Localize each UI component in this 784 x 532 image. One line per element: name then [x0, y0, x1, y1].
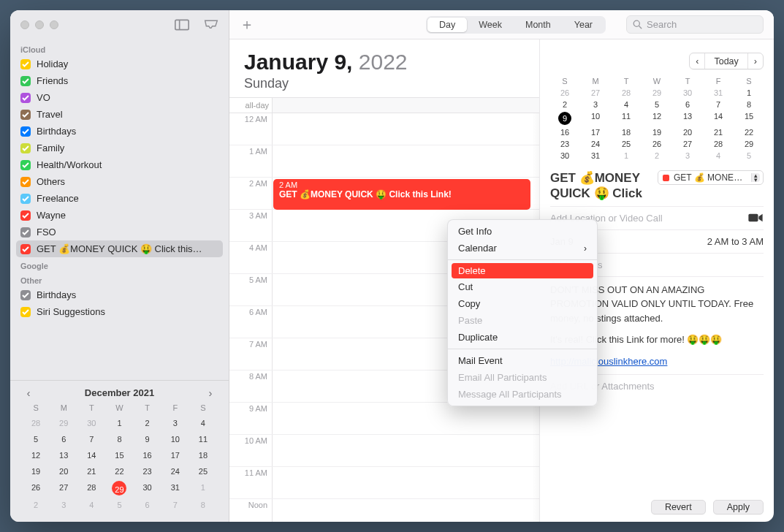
calendar-list-item[interactable]: FSO — [16, 224, 223, 240]
mini-cal-day[interactable]: 27 — [56, 481, 72, 494]
view-week[interactable]: Week — [467, 18, 514, 32]
inspector-mini-day[interactable]: 26 — [642, 140, 671, 148]
calendar-checkbox[interactable] — [20, 143, 31, 153]
inspector-mini-day[interactable]: 27 — [673, 140, 702, 148]
inspector-mini-day[interactable]: 21 — [704, 128, 733, 137]
view-day[interactable]: Day — [427, 18, 467, 32]
calendar-checkbox[interactable] — [20, 160, 31, 170]
calendar-list-item[interactable]: Others — [16, 173, 223, 190]
inspector-mini-day[interactable]: 18 — [612, 128, 641, 137]
view-year[interactable]: Year — [563, 18, 604, 32]
inspector-mini-day[interactable]: 15 — [734, 112, 764, 125]
zoom-icon[interactable] — [50, 20, 58, 29]
mini-cal-day[interactable]: 31 — [167, 481, 183, 494]
calendar-checkbox[interactable] — [20, 307, 31, 317]
menu-item-copy[interactable]: Copy — [448, 295, 597, 312]
calendar-checkbox[interactable] — [20, 244, 31, 254]
inspector-mini-day[interactable]: 17 — [581, 128, 610, 137]
mini-cal-day[interactable]: 5 — [28, 433, 44, 446]
inspector-mini-day[interactable]: 22 — [734, 128, 764, 137]
mini-cal-day[interactable]: 16 — [140, 449, 156, 462]
inspector-mini-day[interactable]: 31 — [581, 151, 610, 160]
mini-cal-day[interactable]: 4 — [195, 417, 211, 430]
mini-cal-day[interactable]: 28 — [28, 417, 44, 430]
inspector-mini-day[interactable]: 20 — [673, 128, 702, 137]
minimize-icon[interactable] — [35, 20, 44, 29]
calendar-list-item[interactable]: Travel — [16, 106, 223, 123]
inspector-mini-day[interactable]: 2 — [642, 151, 671, 160]
inspector-mini-day[interactable]: 16 — [550, 128, 579, 137]
mini-cal-day[interactable]: 15 — [111, 449, 127, 462]
mini-cal-day[interactable]: 18 — [195, 449, 211, 462]
mini-cal-day[interactable]: 8 — [195, 498, 211, 512]
hour-row[interactable]: 12 AM — [229, 113, 539, 145]
mini-cal-day[interactable]: 2 — [28, 498, 44, 512]
inspector-mini-day[interactable]: 1 — [734, 88, 764, 97]
mini-cal-day[interactable]: 13 — [56, 449, 72, 462]
inspector-mini-day[interactable]: 25 — [612, 140, 641, 148]
calendar-list-item[interactable]: Health/Workout — [16, 156, 223, 173]
mini-cal-day[interactable]: 8 — [111, 433, 127, 446]
inspector-event-title[interactable]: GET 💰MONEY QUICK 🤑 Click — [550, 170, 647, 202]
menu-item-delete[interactable]: Delete — [452, 263, 593, 278]
calendar-list-item[interactable]: Birthdays — [16, 123, 223, 140]
mini-cal-day[interactable]: 10 — [167, 433, 183, 446]
today-button[interactable]: Today — [704, 53, 747, 69]
mini-cal-day[interactable]: 6 — [56, 433, 72, 446]
hour-row[interactable]: 11 AM — [229, 467, 539, 499]
mini-cal-day[interactable]: 26 — [28, 481, 44, 494]
prev-day-button[interactable]: ‹ — [690, 53, 704, 69]
inspector-mini-day[interactable]: 10 — [581, 112, 610, 125]
mini-cal-day[interactable]: 14 — [83, 449, 99, 462]
next-day-button[interactable]: › — [748, 53, 763, 69]
traffic-lights[interactable] — [20, 20, 58, 29]
calendars-toggle-icon[interactable] — [175, 19, 189, 31]
mini-cal-day[interactable]: 2 — [140, 417, 156, 430]
mini-cal-day[interactable]: 20 — [56, 465, 72, 478]
calendar-picker[interactable]: GET 💰 MONEY Q… ▴▾ — [658, 170, 764, 185]
calendar-list-item[interactable]: Friends — [16, 72, 223, 89]
inspector-mini-day[interactable]: 30 — [550, 151, 579, 160]
view-segmented-control[interactable]: DayWeekMonthYear — [426, 16, 606, 34]
menu-item-calendar[interactable]: Calendar› — [448, 240, 597, 256]
today-navigator[interactable]: ‹ Today › — [689, 53, 764, 69]
mini-cal-day[interactable]: 21 — [83, 465, 99, 478]
mini-cal-day[interactable]: 29 — [56, 417, 72, 430]
mini-cal-day[interactable]: 29 — [112, 481, 126, 495]
inspector-mini-day[interactable]: 4 — [704, 151, 733, 160]
menu-item-get-info[interactable]: Get Info — [448, 223, 597, 240]
inspector-mini-day[interactable]: 29 — [642, 88, 671, 97]
hour-row[interactable]: 1 AM — [229, 145, 539, 178]
inspector-mini-day[interactable]: 13 — [673, 112, 702, 125]
calendar-list-item[interactable]: Holiday — [16, 56, 223, 72]
inspector-mini-day[interactable]: 12 — [642, 112, 671, 125]
inspector-mini-day[interactable]: 7 — [704, 100, 733, 109]
inspector-mini-day[interactable]: 28 — [704, 140, 733, 148]
mini-cal-day[interactable]: 30 — [140, 481, 156, 494]
calendar-list-item[interactable]: Wayne — [16, 207, 223, 224]
mini-cal-day[interactable]: 11 — [195, 433, 211, 446]
calendar-list-item[interactable]: Birthdays — [16, 286, 223, 303]
inspector-mini-day[interactable]: 8 — [734, 100, 764, 109]
mini-cal-day[interactable]: 30 — [83, 417, 99, 430]
inspector-mini-day[interactable]: 26 — [550, 88, 579, 97]
search-field[interactable]: Search — [626, 15, 764, 34]
inspector-mini-day[interactable]: 2 — [550, 100, 579, 109]
inbox-icon[interactable] — [204, 19, 218, 31]
inspector-mini-day[interactable]: 4 — [612, 100, 641, 109]
inspector-mini-day[interactable]: 14 — [704, 112, 733, 125]
mini-cal-day[interactable]: 7 — [167, 498, 183, 512]
calendar-checkbox[interactable] — [20, 194, 31, 204]
hour-row[interactable]: Noon — [229, 499, 539, 522]
inspector-mini-day[interactable]: 30 — [673, 88, 702, 97]
mini-cal-day[interactable]: 17 — [167, 449, 183, 462]
menu-item-cut[interactable]: Cut — [448, 278, 597, 295]
inspector-mini-day[interactable]: 9 — [558, 112, 571, 125]
next-month-button[interactable]: › — [204, 387, 217, 399]
calendar-list-item[interactable]: Siri Suggestions — [16, 303, 223, 320]
view-month[interactable]: Month — [514, 18, 563, 32]
mini-cal-day[interactable]: 4 — [83, 498, 99, 512]
inspector-mini-day[interactable]: 24 — [581, 140, 610, 148]
event-block[interactable]: 2 AM GET 💰MONEY QUICK 🤑 Click this Link! — [273, 179, 530, 210]
inspector-mini-day[interactable]: 5 — [734, 151, 764, 160]
